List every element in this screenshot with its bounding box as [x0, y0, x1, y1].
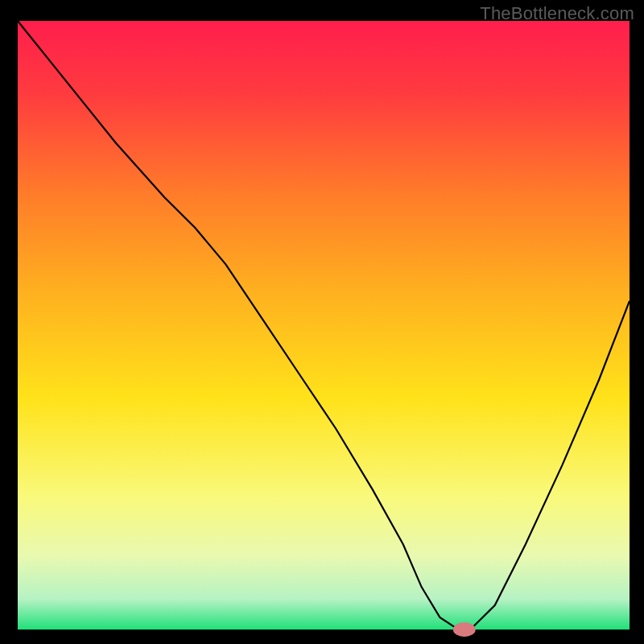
gradient-background — [18, 21, 630, 630]
optimal-point-marker — [453, 622, 476, 637]
watermark-text: TheBottleneck.com — [480, 3, 634, 24]
chart-svg — [0, 0, 644, 644]
bottleneck-chart: TheBottleneck.com — [0, 0, 644, 644]
